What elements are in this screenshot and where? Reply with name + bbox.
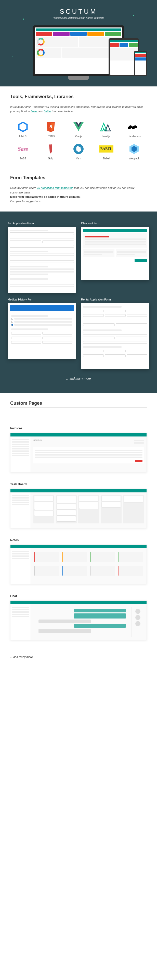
tech-grid: UIkit 3 5 HTML5 Vue.js Nuxt.js Handlebar… xyxy=(10,121,147,160)
tech-html5: 5 HTML5 xyxy=(38,121,63,138)
tools-heading: Tools, Frameworks, Libraries xyxy=(10,94,147,99)
form-preview-medical xyxy=(8,303,76,359)
handlebars-icon xyxy=(128,121,140,133)
tech-handlebars: Handlebars xyxy=(122,121,147,138)
custom-notes: Notes xyxy=(10,538,147,584)
chat-preview xyxy=(10,600,147,640)
tech-vue: Vue.js xyxy=(66,121,91,138)
form-preview-job xyxy=(8,227,76,293)
forms-more: ... and many more xyxy=(8,377,149,380)
tech-gulp: Gulp xyxy=(38,143,63,160)
form-preview-checkout xyxy=(81,227,149,280)
custom-taskboard: Task Board xyxy=(10,482,147,528)
form-rental: Rental Application Form xyxy=(81,298,149,369)
vue-icon xyxy=(72,121,85,133)
custom-more: ... and many more xyxy=(0,653,157,668)
device-mockups xyxy=(5,25,152,76)
yarn-icon xyxy=(72,143,85,155)
custom-chat: Chat xyxy=(10,594,147,640)
hero-subtitle: Professional Material Design Admin Templ… xyxy=(5,16,152,19)
notes-preview xyxy=(10,544,147,584)
tools-intro: In Scutum Admin Template you will find t… xyxy=(10,105,147,114)
nuxt-icon xyxy=(100,121,112,133)
babel-icon: BABEL xyxy=(100,143,112,155)
hero-title: SCUTUM xyxy=(5,8,152,16)
tech-nuxt: Nuxt.js xyxy=(94,121,119,138)
tech-babel: BABEL Babel xyxy=(94,143,119,160)
invoices-preview: SCUTUM xyxy=(10,433,147,473)
form-medical: Medical History Form xyxy=(8,298,76,369)
forms-intro: Scutum Admin offers 10 predefined form t… xyxy=(10,186,147,204)
svg-text:5: 5 xyxy=(50,124,52,129)
custom-section: Custom Pages xyxy=(0,393,157,419)
tech-webpack: Webpack xyxy=(122,143,147,160)
uikit-icon xyxy=(17,121,29,133)
html5-icon: 5 xyxy=(45,121,57,133)
tools-section: Tools, Frameworks, Libraries In Scutum A… xyxy=(0,86,157,167)
form-preview-rental xyxy=(81,303,149,369)
form-checkout: Checkout Form xyxy=(81,222,149,293)
forms-heading: Form Templates xyxy=(10,175,147,180)
forms-section: Form Templates Scutum Admin offers 10 pr… xyxy=(0,167,157,211)
hero-section: SCUTUM Professional Material Design Admi… xyxy=(0,0,157,86)
svg-point-2 xyxy=(49,145,52,145)
webpack-icon xyxy=(128,143,140,155)
custom-heading: Custom Pages xyxy=(10,401,147,406)
forms-preview-section: Job Application Form Checkout Form xyxy=(0,212,157,393)
tech-sass: Sass SASS xyxy=(10,143,35,160)
gulp-icon xyxy=(45,143,57,155)
phone-mockup xyxy=(134,51,147,76)
tech-uikit: UIkit 3 xyxy=(10,121,35,138)
form-job-application: Job Application Form xyxy=(8,222,76,293)
taskboard-preview xyxy=(10,488,147,528)
svg-marker-0 xyxy=(19,122,27,131)
sass-icon: Sass xyxy=(17,143,29,155)
custom-invoices: Invoices SCUTUM xyxy=(10,426,147,473)
tech-yarn: Yarn xyxy=(66,143,91,160)
